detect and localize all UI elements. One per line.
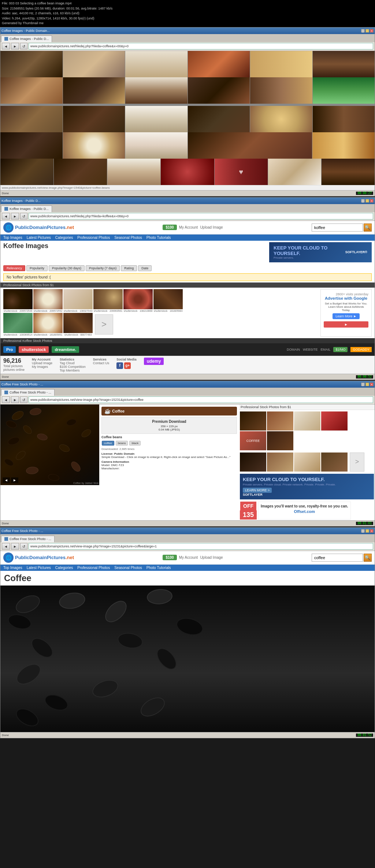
back-btn-2[interactable]: ◄ [2, 213, 10, 219]
search-btn-2[interactable]: 🔍 [364, 224, 372, 232]
pro-thumb-8[interactable] [267, 453, 293, 472]
stock-thumb-9[interactable] [63, 313, 93, 333]
coffee-image-11[interactable] [250, 77, 312, 104]
nav-professional-photos-4[interactable]: Professional Photos [77, 566, 110, 570]
forward-btn-3[interactable]: ► [11, 396, 19, 403]
pro-thumb-6[interactable] [267, 431, 293, 450]
coffee-image-6[interactable] [313, 51, 375, 77]
back-btn-4[interactable]: ◄ [2, 543, 10, 550]
refresh-btn-2[interactable]: ↺ [20, 213, 27, 219]
coffee-image-25[interactable] [54, 159, 107, 185]
coffee-image-8[interactable] [63, 77, 125, 104]
nav-categories-4[interactable]: Categories [55, 566, 73, 570]
coffee-image-27[interactable] [161, 159, 214, 185]
back-btn-3[interactable]: ◄ [2, 396, 10, 403]
coffee-image-28[interactable]: ♥ [215, 159, 268, 185]
stock-thumb-3[interactable] [63, 289, 93, 309]
udemy-badge[interactable]: udemy [144, 358, 164, 365]
next-page-btn[interactable]: > [95, 314, 113, 335]
upload-image-link[interactable]: Upload Image [200, 225, 223, 229]
nav-top-images[interactable]: Top Images [3, 236, 22, 240]
filter-date[interactable]: Date [138, 265, 152, 271]
coffee-image-19[interactable] [0, 132, 63, 159]
coffee-image-15[interactable] [125, 106, 188, 132]
back-btn-1[interactable]: ◄ [2, 43, 10, 49]
address-bar-2[interactable]: www.publicdomainpictures.net/hledej.php?… [29, 213, 373, 219]
coffee-image-26[interactable] [107, 159, 160, 185]
minimize-btn-1[interactable]: _ [361, 29, 365, 33]
coffee-image-14[interactable] [63, 106, 125, 132]
stock-thumb-4[interactable] [93, 289, 123, 309]
nav-latest-pictures[interactable]: Latest Pictures [27, 236, 51, 240]
nav-seasonal-photos[interactable]: Seasonal Photos [114, 236, 142, 240]
address-bar-1[interactable]: www.publicdomainpictures.net/hledej.php?… [29, 43, 373, 49]
tab-coffee-stock[interactable]: Coffee Free Stock Photo - ... [1, 389, 55, 396]
donate-badge[interactable]: $100 [163, 225, 177, 230]
gplus-icon[interactable]: g+ [124, 362, 131, 369]
nav-categories[interactable]: Categories [55, 236, 73, 240]
large-coffee-image[interactable] [0, 586, 375, 732]
restore-btn-1[interactable]: □ [365, 29, 369, 33]
next-image-btn[interactable]: ► [11, 477, 18, 483]
filter-relevancy[interactable]: Relevancy [3, 265, 25, 271]
learn-more-btn[interactable]: LEARN MORE > [243, 488, 272, 493]
coffee-image-22[interactable] [188, 132, 312, 159]
close-btn-4[interactable]: ✕ [370, 529, 374, 533]
restore-btn-2[interactable]: □ [365, 199, 369, 203]
tag-black[interactable]: black [129, 441, 141, 446]
search-input-2[interactable] [312, 224, 363, 232]
filter-rating[interactable]: Rating [121, 265, 137, 271]
address-bar-3[interactable]: www.publicdomainpictures.net/view-image.… [29, 396, 373, 403]
address-bar-4[interactable]: www.publicdomainpictures.net/view-image.… [29, 543, 373, 550]
nav-professional-photos[interactable]: Professional Photos [77, 236, 110, 240]
minimize-btn-3[interactable]: _ [361, 383, 365, 386]
coffee-image-30[interactable] [322, 159, 375, 185]
facebook-icon[interactable]: f [116, 362, 123, 369]
adwords-btn[interactable]: Learn More ► [333, 313, 359, 319]
coffee-image-3[interactable] [125, 51, 188, 77]
coffee-image-17[interactable] [250, 106, 312, 132]
coffee-image-1[interactable] [0, 51, 63, 77]
coffee-image-9[interactable] [125, 77, 188, 104]
restore-btn-3[interactable]: □ [365, 383, 369, 386]
minimize-btn-2[interactable]: _ [361, 199, 365, 203]
pro-thumb-7[interactable] [240, 453, 266, 472]
donate-badge-4[interactable]: $100 [163, 555, 177, 560]
pro-thumb-5[interactable]: COFFEE [240, 431, 266, 450]
filter-pop7[interactable]: Popularity (7 days) [86, 265, 120, 271]
coffee-image-5[interactable] [250, 51, 312, 77]
prev-image-btn[interactable]: ◄ [3, 477, 10, 483]
pro-thumb-9[interactable] [294, 453, 320, 472]
minimize-btn-4[interactable]: _ [361, 529, 365, 533]
coffee-image-21[interactable] [125, 132, 188, 159]
my-account-link-4[interactable]: My Account [179, 555, 198, 559]
nav-photo-tutorials-4[interactable]: Photo Tutorials [146, 566, 171, 570]
pro-thumb-1[interactable] [240, 411, 266, 431]
coffee-image-2[interactable] [63, 51, 125, 77]
forward-btn-4[interactable]: ► [11, 543, 19, 550]
refresh-btn-4[interactable]: ↺ [20, 543, 27, 550]
godaddy-ad[interactable]: GODADDY [350, 347, 372, 352]
coffee-image-24[interactable] [0, 159, 53, 185]
nav-latest-pictures-4[interactable]: Latest Pictures [27, 566, 51, 570]
stock-thumb-6[interactable] [153, 289, 183, 309]
close-btn-1[interactable]: ✕ [370, 29, 374, 33]
coffee-image-13[interactable] [0, 106, 63, 132]
nav-top-images-4[interactable]: Top Images [3, 566, 22, 570]
tab-coffee-large[interactable]: Coffee Free Stock Photo - ... [1, 536, 55, 542]
restore-btn-4[interactable]: □ [365, 529, 369, 533]
filter-popularity[interactable]: Popularity [26, 265, 48, 271]
stock-thumb-1[interactable] [3, 289, 33, 309]
forward-btn-2[interactable]: ► [11, 213, 19, 219]
forward-btn-1[interactable]: ► [11, 43, 19, 49]
coffee-image-23[interactable] [312, 132, 375, 159]
nav-photo-tutorials[interactable]: Photo Tutorials [146, 236, 171, 240]
close-btn-2[interactable]: ✕ [370, 199, 374, 203]
tab-coffee-images[interactable]: Coffee Images - Public D... [1, 36, 52, 42]
nav-seasonal-photos-4[interactable]: Seasonal Photos [114, 566, 142, 570]
pro-thumb-3[interactable] [294, 411, 320, 431]
stock-thumb-2[interactable] [33, 289, 63, 309]
adwords-cta[interactable]: ► [324, 321, 368, 328]
learn-more-link[interactable]: LEARN MORE > [243, 488, 371, 492]
pro-thumb-4[interactable] [321, 411, 348, 431]
